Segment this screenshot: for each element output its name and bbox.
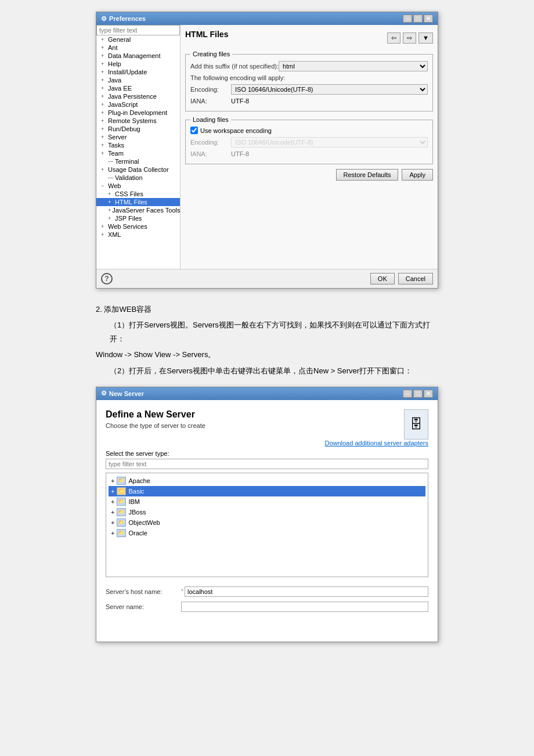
expand-icon: + bbox=[111, 519, 114, 526]
server-item-oracle[interactable]: + 📁 Oracle bbox=[109, 528, 425, 538]
tree-item-javascript[interactable]: + JavaScript bbox=[96, 100, 180, 109]
minimize-button[interactable]: ─ bbox=[403, 15, 412, 23]
tree-item-team[interactable]: + Team bbox=[96, 149, 180, 157]
preferences-bottom: ? OK Cancel bbox=[96, 269, 438, 288]
tree-item-ant[interactable]: + Ant bbox=[96, 44, 180, 52]
loading-files-legend: Loading files bbox=[190, 116, 231, 123]
preferences-icon: ⚙ bbox=[101, 15, 107, 23]
expand-icon: + bbox=[101, 69, 107, 75]
expand-icon: + bbox=[111, 488, 114, 495]
step2-text: （2）打开后，在Servers视图中单击右键弹出右键菜单，点击New > Ser… bbox=[96, 364, 438, 377]
tree-item-java[interactable]: + Java bbox=[96, 76, 180, 84]
suffix-select[interactable]: html bbox=[279, 61, 428, 71]
use-workspace-row: Use workspace encoding bbox=[190, 127, 428, 134]
tree-item-help[interactable]: + Help bbox=[96, 60, 180, 68]
titlebar-left: ⚙ New Server bbox=[101, 390, 144, 397]
tree-item-java-ee[interactable]: + Java EE bbox=[96, 84, 180, 92]
use-workspace-label: Use workspace encoding bbox=[200, 127, 272, 134]
tree-item-validation[interactable]: — Validation bbox=[96, 174, 180, 182]
preferences-body: + General + Ant + Data Management + Help… bbox=[96, 25, 438, 269]
preferences-titlebar: ⚙ Preferences ─ □ ✕ bbox=[96, 12, 438, 25]
tree-item-plugin-dev[interactable]: + Plug-in Development bbox=[96, 109, 180, 117]
tree-item-java-persistence[interactable]: + Java Persistence bbox=[96, 92, 180, 100]
tree-item-jsp-files[interactable]: + JSP Files bbox=[96, 214, 180, 222]
expand-icon: + bbox=[101, 150, 107, 156]
titlebar-controls: ─ □ ✕ bbox=[403, 15, 433, 23]
right-panel: HTML Files ⇦ ⇨ ▼ Creating files Add this… bbox=[181, 25, 438, 269]
close-button[interactable]: ✕ bbox=[424, 15, 433, 23]
titlebar-left: ⚙ Preferences bbox=[101, 15, 146, 23]
server-item-objectweb[interactable]: + 📁 ObjectWeb bbox=[109, 517, 425, 528]
tree-item-css-files[interactable]: + CSS Files bbox=[96, 190, 180, 198]
text-section: 2. 添加WEB容器 （1）打开Servers视图。Servers视图一般在右下… bbox=[96, 303, 438, 377]
expand-icon: − bbox=[101, 183, 107, 189]
suffix-row: Add this suffix (if not specified): html bbox=[190, 61, 428, 71]
help-button[interactable]: ? bbox=[101, 273, 113, 285]
back-button[interactable]: ⇦ bbox=[387, 33, 400, 44]
hostname-input[interactable] bbox=[185, 586, 428, 597]
encoding-select[interactable]: ISO 10646/Unicode(UTF-8) bbox=[231, 84, 428, 95]
tree-item-server[interactable]: + Server bbox=[96, 133, 180, 141]
minimize-button[interactable]: ─ bbox=[403, 390, 412, 398]
servername-input[interactable] bbox=[181, 602, 428, 612]
ok-button[interactable]: OK bbox=[370, 273, 395, 285]
new-server-titlebar: ⚙ New Server ─ □ ✕ bbox=[96, 387, 438, 400]
loading-iana-label: IANA: bbox=[190, 150, 231, 157]
server-folder-icon-selected: 📁 bbox=[117, 487, 126, 495]
titlebar-controls: ─ □ ✕ bbox=[403, 390, 433, 398]
expand-icon: + bbox=[108, 207, 111, 213]
restore-button[interactable]: □ bbox=[413, 390, 423, 398]
use-workspace-checkbox[interactable] bbox=[190, 127, 198, 134]
expand-icon: + bbox=[101, 102, 107, 107]
filter-input[interactable] bbox=[96, 25, 180, 35]
iana-label: IANA: bbox=[190, 98, 231, 105]
new-server-heading: Define a New Server bbox=[106, 409, 205, 420]
tree-item-remote-systems[interactable]: + Remote Systems bbox=[96, 117, 180, 125]
cancel-button[interactable]: Cancel bbox=[398, 273, 433, 285]
restore-button[interactable]: □ bbox=[413, 15, 423, 23]
loading-iana-row: IANA: UTF-8 bbox=[190, 150, 428, 157]
step1-text: （1）打开Servers视图。Servers视图一般在右下方可找到，如果找不到则… bbox=[96, 318, 438, 345]
expand-icon: + bbox=[101, 224, 107, 229]
server-item-basic[interactable]: + 📁 Basic bbox=[109, 486, 425, 496]
new-server-dialog: ⚙ New Server ─ □ ✕ Define a New Server C… bbox=[96, 387, 438, 642]
tree-item-data-management[interactable]: + Data Management bbox=[96, 52, 180, 60]
tree-item-web[interactable]: − Web bbox=[96, 182, 180, 190]
server-folder-icon: 📁 bbox=[117, 519, 126, 527]
tree-item-html-files[interactable]: + HTML Files bbox=[96, 198, 180, 206]
tree-item-web-services[interactable]: + Web Services bbox=[96, 222, 180, 231]
dropdown-button[interactable]: ▼ bbox=[418, 33, 433, 44]
expand-icon: + bbox=[101, 142, 107, 148]
server-item-jboss[interactable]: + 📁 JBoss bbox=[109, 507, 425, 517]
server-item-apache[interactable]: + 📁 Apache bbox=[109, 476, 425, 486]
tree-item-general[interactable]: + General bbox=[96, 35, 180, 44]
loading-encoding-select: ISO 10646/Unicode(UTF-8) bbox=[231, 137, 428, 147]
loading-files-section: Loading files Use workspace encoding Enc… bbox=[185, 116, 433, 164]
loading-encoding-label: Encoding: bbox=[190, 139, 231, 146]
download-link[interactable]: Download additional server adapters bbox=[106, 440, 428, 447]
tree-item-usage-data-collector[interactable]: + Usage Data Collector bbox=[96, 165, 180, 174]
tree-item-jsf-tools[interactable]: + JavaServer Faces Tools bbox=[96, 206, 180, 214]
close-button[interactable]: ✕ bbox=[424, 390, 433, 398]
server-filter-input[interactable] bbox=[106, 459, 428, 469]
tree-item-terminal[interactable]: — Terminal bbox=[96, 157, 180, 165]
expand-icon: + bbox=[108, 191, 114, 197]
tree-item-install-update[interactable]: + Install/Update bbox=[96, 68, 180, 76]
new-server-title: New Server bbox=[109, 390, 144, 397]
encoding-info-row: The following encoding will apply: bbox=[190, 74, 428, 81]
restore-defaults-button[interactable]: Restore Defaults bbox=[336, 169, 399, 181]
creating-files-legend: Creating files bbox=[190, 51, 232, 57]
expand-icon: — bbox=[108, 175, 114, 181]
tree-item-tasks[interactable]: + Tasks bbox=[96, 141, 180, 149]
forward-button[interactable]: ⇨ bbox=[403, 33, 416, 44]
panel-title: HTML Files bbox=[185, 30, 228, 41]
tree-item-run-debug[interactable]: + Run/Debug bbox=[96, 125, 180, 133]
apply-button[interactable]: Apply bbox=[402, 169, 433, 181]
expand-icon: + bbox=[108, 215, 114, 221]
expand-icon: + bbox=[101, 167, 107, 172]
expand-icon: + bbox=[101, 134, 107, 140]
server-item-ibm[interactable]: + 📁 IBM bbox=[109, 496, 425, 507]
tree-item-xml[interactable]: + XML bbox=[96, 231, 180, 239]
expand-icon: + bbox=[101, 53, 107, 59]
hostname-row: Server's host name: ° bbox=[106, 586, 428, 597]
